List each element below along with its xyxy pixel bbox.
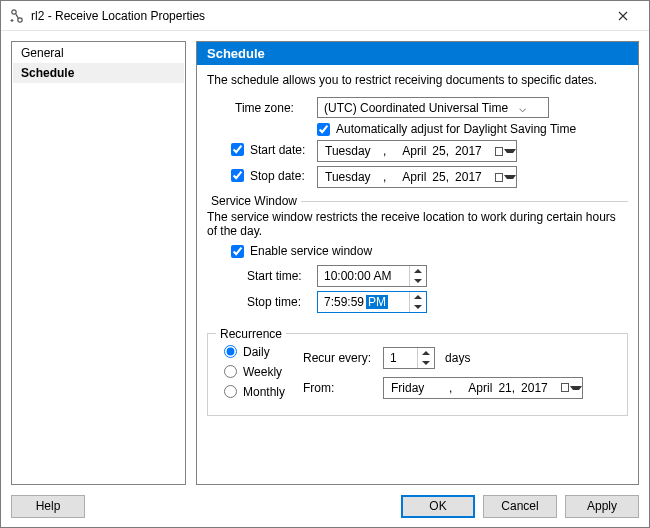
start-date-checkbox[interactable]: Start date:	[231, 143, 305, 157]
dst-label: Automatically adjust for Daylight Saving…	[336, 122, 576, 136]
start-date-picker[interactable]: Tuesday, April 25, 2017	[317, 140, 517, 162]
stop-time-row: Stop time: 7:59:59 PM	[207, 291, 628, 313]
recur-every-unit: days	[435, 351, 470, 365]
start-date-label: Start date:	[250, 143, 305, 157]
apply-button[interactable]: Apply	[565, 495, 639, 518]
service-window-description: The service window restricts the receive…	[207, 210, 628, 238]
start-time-label: Start time:	[207, 269, 317, 283]
close-icon	[618, 11, 628, 21]
sidebar-item-schedule[interactable]: Schedule	[13, 63, 184, 83]
dst-row: Automatically adjust for Daylight Saving…	[207, 122, 628, 136]
calendar-dropdown-icon[interactable]	[562, 383, 580, 392]
recurrence-group: Recurrence Daily Weekly Monthly Recur ev…	[207, 327, 628, 416]
recur-every-label: Recur every:	[303, 351, 383, 365]
dialog-body: General Schedule Schedule The schedule a…	[1, 31, 649, 485]
calendar-dropdown-icon[interactable]	[496, 173, 514, 182]
timezone-row: Time zone: (UTC) Coordinated Universal T…	[207, 97, 628, 118]
titlebar: rl2 - Receive Location Properties	[1, 1, 649, 31]
category-sidebar: General Schedule	[11, 41, 186, 485]
timezone-value: (UTC) Coordinated Universal Time	[324, 101, 508, 115]
help-button[interactable]: Help	[11, 495, 85, 518]
service-window-legend: Service Window	[207, 194, 301, 208]
recurrence-monthly[interactable]: Monthly	[224, 385, 285, 399]
panel-title: Schedule	[197, 42, 638, 65]
calendar-dropdown-icon[interactable]	[496, 147, 514, 156]
schedule-panel: Schedule The schedule allows you to rest…	[196, 41, 639, 485]
recurrence-weekly[interactable]: Weekly	[224, 365, 285, 379]
cancel-button[interactable]: Cancel	[483, 495, 557, 518]
stop-time-label: Stop time:	[207, 295, 317, 309]
recurrence-daily[interactable]: Daily	[224, 345, 285, 359]
panel-description: The schedule allows you to restrict rece…	[207, 73, 628, 87]
stop-date-checkbox-input[interactable]	[231, 169, 244, 182]
stop-date-row: Stop date: Tuesday, April 25, 2017	[207, 166, 628, 188]
spinner-icon[interactable]	[417, 348, 434, 368]
dst-checkbox[interactable]: Automatically adjust for Daylight Saving…	[317, 122, 576, 136]
stop-date-checkbox[interactable]: Stop date:	[231, 169, 305, 183]
timezone-combo[interactable]: (UTC) Coordinated Universal Time ⌵	[317, 97, 549, 118]
enable-service-window-label: Enable service window	[250, 244, 372, 258]
recurrence-radios: Daily Weekly Monthly	[216, 345, 285, 399]
timezone-label: Time zone:	[207, 101, 317, 115]
recurrence-settings: Recur every: 1 days From:	[303, 345, 583, 407]
enable-service-window-input[interactable]	[231, 245, 244, 258]
spinner-icon[interactable]	[409, 292, 426, 312]
enable-service-window-checkbox[interactable]: Enable service window	[207, 244, 372, 258]
app-icon	[9, 8, 25, 24]
window-title: rl2 - Receive Location Properties	[31, 9, 603, 23]
svg-point-0	[12, 9, 16, 13]
start-date-row: Start date: Tuesday, April 25, 2017	[207, 140, 628, 162]
panel-body: The schedule allows you to restrict rece…	[197, 65, 638, 424]
sidebar-item-general[interactable]: General	[13, 43, 184, 63]
ok-button[interactable]: OK	[401, 495, 475, 518]
recur-from-label: From:	[303, 381, 383, 395]
spinner-icon[interactable]	[409, 266, 426, 286]
stop-date-label: Stop date:	[250, 169, 305, 183]
stop-date-picker[interactable]: Tuesday, April 25, 2017	[317, 166, 517, 188]
dst-checkbox-input[interactable]	[317, 123, 330, 136]
start-time-row: Start time: 10:00:00 AM	[207, 265, 628, 287]
dialog-window: rl2 - Receive Location Properties Genera…	[0, 0, 650, 528]
recur-from-date-picker[interactable]: Friday, April 21, 2017	[383, 377, 583, 399]
dialog-buttons: Help OK Cancel Apply	[1, 485, 649, 527]
svg-point-1	[18, 17, 22, 21]
stop-time-ampm-selected: PM	[366, 295, 388, 309]
start-date-checkbox-input[interactable]	[231, 143, 244, 156]
start-time-input[interactable]: 10:00:00 AM	[317, 265, 427, 287]
stop-time-input[interactable]: 7:59:59 PM	[317, 291, 427, 313]
recurrence-legend: Recurrence	[216, 327, 286, 341]
service-window-group: Service Window The service window restri…	[207, 194, 628, 321]
close-button[interactable]	[603, 2, 643, 30]
chevron-down-icon: ⌵	[514, 101, 530, 115]
recur-every-input[interactable]: 1	[383, 347, 435, 369]
